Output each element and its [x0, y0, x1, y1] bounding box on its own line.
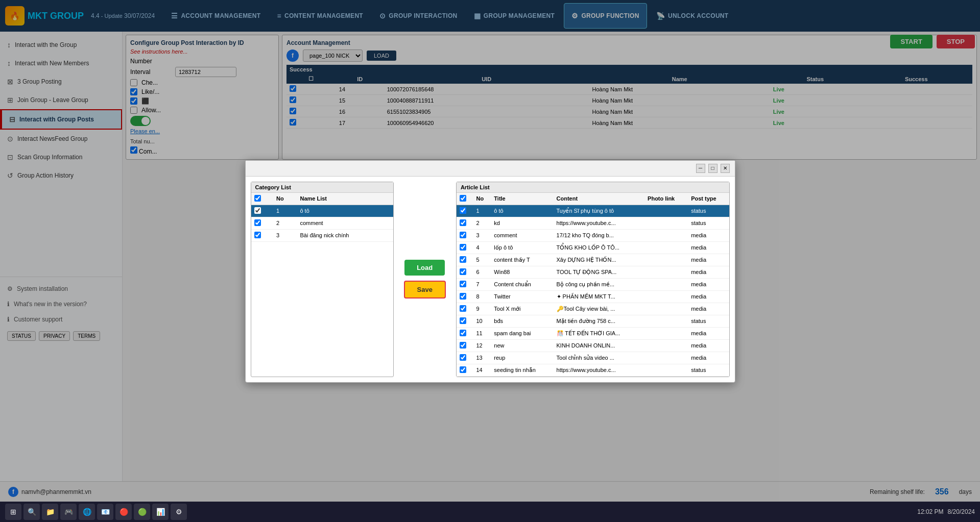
art-row-content: KINH DOANH ONLIN... — [554, 339, 645, 352]
article-row[interactable]: 1 ô tô Tuyển Sĩ phụ tùng ô tô status — [457, 205, 729, 217]
category-list-panel: Category List No Name List 1 ô tô 2 comm… — [251, 182, 394, 377]
art-checkbox[interactable] — [460, 244, 466, 251]
art-checkbox[interactable] — [460, 207, 466, 214]
art-checkbox[interactable] — [460, 366, 466, 373]
art-row-no: 12 — [473, 339, 491, 352]
art-row-check[interactable] — [457, 205, 473, 217]
art-col-check — [457, 193, 473, 205]
art-row-no: 11 — [473, 327, 491, 339]
cat-row-name: comment — [297, 217, 393, 229]
article-row[interactable]: 2 kd https://www.youtube.c... status — [457, 217, 729, 229]
art-select-all[interactable] — [460, 195, 466, 202]
taskbar-btn-1[interactable]: 📁 — [42, 504, 58, 520]
art-checkbox[interactable] — [460, 305, 466, 312]
cat-row-no: 3 — [273, 229, 297, 241]
article-row[interactable]: 9 Tool X mới 🔑Tool Cây view bài, ... med… — [457, 303, 729, 315]
modal-overlay: ─ □ ✕ Category List No Name List — [0, 0, 980, 522]
art-row-check[interactable] — [457, 327, 473, 339]
cat-select-all[interactable] — [254, 195, 261, 202]
modal-load-button[interactable]: Load — [404, 260, 445, 276]
article-row[interactable]: 14 seeding tin nhắn https://www.youtube.… — [457, 364, 729, 376]
category-row[interactable]: 2 comment — [251, 217, 393, 229]
art-row-no: 2 — [473, 217, 491, 229]
art-row-post-type: media — [688, 303, 729, 315]
taskbar-btn-8[interactable]: ⚙ — [171, 504, 187, 520]
art-row-photo-link — [644, 266, 688, 278]
article-list-header: Article List — [457, 182, 729, 193]
art-row-check[interactable] — [457, 290, 473, 303]
cat-checkbox[interactable] — [254, 207, 261, 214]
art-checkbox[interactable] — [460, 232, 466, 238]
modal-close-button[interactable]: ✕ — [721, 164, 730, 173]
art-row-post-type: status — [688, 315, 729, 327]
art-checkbox[interactable] — [460, 293, 466, 300]
art-row-check[interactable] — [457, 229, 473, 241]
art-row-photo-link — [644, 254, 688, 266]
category-row[interactable]: 3 Bài đăng nick chính — [251, 229, 393, 241]
taskbar-btn-4[interactable]: 📧 — [97, 504, 113, 520]
cat-row-name: Bài đăng nick chính — [297, 229, 393, 241]
cat-row-check[interactable] — [251, 229, 274, 241]
art-row-check[interactable] — [457, 352, 473, 364]
art-row-check[interactable] — [457, 217, 473, 229]
art-row-check[interactable] — [457, 339, 473, 352]
art-checkbox[interactable] — [460, 256, 466, 263]
art-row-post-type: status — [688, 217, 729, 229]
modal-maximize-button[interactable]: □ — [708, 164, 718, 173]
art-checkbox[interactable] — [460, 281, 466, 287]
art-checkbox[interactable] — [460, 317, 466, 324]
art-row-no: 13 — [473, 352, 491, 364]
art-row-photo-link — [644, 290, 688, 303]
art-row-check[interactable] — [457, 266, 473, 278]
article-row[interactable]: 5 content thầy T Xây DỰNG HỆ THỐN... med… — [457, 254, 729, 266]
art-row-post-type: media — [688, 278, 729, 290]
art-checkbox[interactable] — [460, 219, 466, 226]
article-row[interactable]: 8 Twitter ✦ PHẦN MỀM MKT T... media — [457, 290, 729, 303]
article-row[interactable]: 10 bđs Mặt tiền đường 758 c... status — [457, 315, 729, 327]
art-row-title: new — [491, 339, 553, 352]
art-row-check[interactable] — [457, 364, 473, 376]
cat-row-check[interactable] — [251, 205, 274, 217]
art-checkbox[interactable] — [460, 330, 466, 336]
taskbar-btn-7[interactable]: 📊 — [152, 504, 169, 520]
art-row-title: Twitter — [491, 290, 553, 303]
article-row[interactable]: 7 Content chuẩn Bộ công cụ phần mề... me… — [457, 278, 729, 290]
art-row-title: ô tô — [491, 205, 553, 217]
taskbar-btn-3[interactable]: 🌐 — [79, 504, 95, 520]
art-row-photo-link — [644, 217, 688, 229]
art-row-photo-link — [644, 205, 688, 217]
art-row-check[interactable] — [457, 303, 473, 315]
article-scroll[interactable]: No Title Content Photo link Post type 1 … — [457, 193, 729, 377]
art-checkbox[interactable] — [460, 354, 466, 361]
art-row-check[interactable] — [457, 254, 473, 266]
category-row[interactable]: 1 ô tô — [251, 205, 393, 217]
article-row[interactable]: 12 new KINH DOANH ONLIN... media — [457, 339, 729, 352]
taskbar-btn-5[interactable]: 🔴 — [115, 504, 132, 520]
cat-checkbox[interactable] — [254, 219, 261, 226]
art-checkbox[interactable] — [460, 342, 466, 349]
article-row[interactable]: 3 comment 17/12 kho TQ đóng b... media — [457, 229, 729, 241]
art-row-check[interactable] — [457, 241, 473, 254]
art-checkbox[interactable] — [460, 268, 466, 275]
art-row-title: bđs — [491, 315, 553, 327]
art-row-photo-link — [644, 303, 688, 315]
art-row-content: TỔNG KHO LỐP Ô TÔ... — [554, 241, 645, 254]
search-taskbar-button[interactable]: 🔍 — [23, 504, 40, 520]
taskbar-btn-2[interactable]: 🎮 — [60, 504, 77, 520]
modal-save-button[interactable]: Save — [404, 281, 446, 299]
art-row-post-type: media — [688, 290, 729, 303]
taskbar-btn-6[interactable]: 🟢 — [134, 504, 150, 520]
article-row[interactable]: 6 Win88 TOOL TỰ ĐỘNG SPA... media — [457, 266, 729, 278]
art-row-no: 9 — [473, 303, 491, 315]
cat-row-check[interactable] — [251, 217, 274, 229]
article-row[interactable]: 4 lốp ô tô TỔNG KHO LỐP Ô TÔ... media — [457, 241, 729, 254]
art-row-check[interactable] — [457, 278, 473, 290]
cat-checkbox[interactable] — [254, 232, 261, 238]
art-row-no: 1 — [473, 205, 491, 217]
modal-minimize-button[interactable]: ─ — [696, 164, 705, 173]
cat-row-name: ô tô — [297, 205, 393, 217]
start-menu-button[interactable]: ⊞ — [5, 504, 21, 520]
art-row-check[interactable] — [457, 315, 473, 327]
article-row[interactable]: 13 reup Tool chỉnh sửa video ... media — [457, 352, 729, 364]
article-row[interactable]: 11 spam dang bai 🎊 TẾT ĐẾN THỜI GIA... m… — [457, 327, 729, 339]
